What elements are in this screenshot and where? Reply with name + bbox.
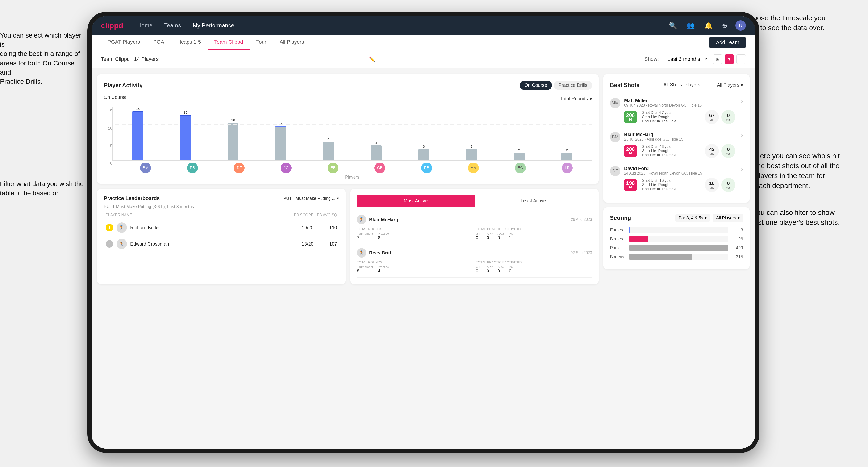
chart-area: On Course Total Rounds ▾ 15	[104, 95, 592, 177]
shots-tab-players[interactable]: Players	[684, 81, 700, 89]
grid-view-btn[interactable]: ⊞	[713, 55, 722, 64]
bar-group-5: 4	[352, 106, 399, 160]
table-row[interactable]: 2 🏌️ Edward Crossman 18/20 107	[104, 236, 339, 252]
shot-end-1: End Lie: In The Hole	[642, 153, 703, 157]
pa-gtt-label-1: GTT	[476, 265, 482, 269]
player-row-top-0: 🏌️ Blair McHarg 26 Aug 2023	[357, 215, 592, 224]
shot-stat-yds-1: 43 yds	[705, 144, 719, 158]
time-filter-select[interactable]: Last 3 months	[662, 54, 708, 64]
on-course-tab[interactable]: On Course	[520, 81, 552, 90]
annotation-filter: Filter what data you wish thetable to be…	[0, 179, 84, 198]
pa-arg-1: ARG 0	[498, 265, 504, 274]
bar-3	[275, 126, 286, 160]
scoring-players-arrow: ▾	[738, 215, 740, 220]
bell-icon-btn[interactable]: 🔔	[703, 20, 714, 31]
chart-controls: On Course Total Rounds ▾	[104, 95, 592, 103]
table-row[interactable]: 1 🏌️ Richard Butler 19/20 110	[104, 220, 339, 236]
list-view-btn[interactable]: ≡	[736, 55, 746, 64]
lb-col-name: PLAYER NAME	[106, 213, 290, 217]
player-avg-crossman: 107	[313, 241, 337, 247]
shot-stat-info-1: Shot Dist: 43 yds Start Lie: Rough End L…	[642, 145, 703, 157]
pa-gtt-val-1: 0	[476, 269, 482, 274]
tab-tour[interactable]: Tour	[250, 35, 273, 50]
tab-team-clippd[interactable]: Team Clippd	[208, 35, 250, 50]
player-avatar-1: RB	[187, 162, 198, 173]
pa-arg-label-0: ARG	[498, 232, 504, 236]
shot-item-2[interactable]: DF David Ford 24 Aug 2023 · Royal North …	[610, 162, 743, 196]
bar-val-0: 13	[136, 106, 140, 111]
y-label-10: 10	[108, 126, 112, 131]
shot-item-0[interactable]: MM Matt Miller 09 Jun 2023 · Royal North…	[610, 94, 743, 128]
tab-hcaps[interactable]: Hcaps 1-5	[171, 35, 208, 50]
rank-badge-2: 2	[106, 240, 113, 248]
players-dropdown-label: All Players	[717, 82, 739, 88]
shot-item-1[interactable]: BM Blair McHarg 23 Jul 2023 · Ashridge G…	[610, 128, 743, 162]
avatar-wrap-8: EC	[497, 162, 544, 173]
shot-avatar-2: DF	[610, 166, 620, 176]
shot-dist-2: Shot Dist: 16 yds	[642, 179, 703, 183]
avatar-wrap-4: EE	[310, 162, 356, 173]
bar-group-7: 3	[448, 106, 495, 160]
card-view-btn[interactable]: ♥	[724, 55, 734, 64]
best-shots-header: Best Shots All Shots Players All Players…	[610, 81, 743, 89]
nav-link-performance[interactable]: My Performance	[193, 22, 234, 29]
user-avatar[interactable]: U	[736, 20, 746, 31]
practice-dropdown-arrow: ▾	[337, 196, 339, 201]
avatar-wrap-6: RB	[404, 162, 450, 173]
practice-leaderboard-card: Practice Leaderboards PUTT Must Make Put…	[97, 189, 346, 284]
pa-practice-rounds-1: Practice 4	[378, 265, 389, 274]
users-icon-btn[interactable]: 👥	[685, 20, 696, 31]
tab-pga[interactable]: PGA	[147, 35, 170, 50]
player-name-butler: Richard Butler	[130, 225, 290, 230]
shot-chevron-0: ›	[741, 98, 743, 104]
scoring-card: Scoring Par 3, 4 & 5s ▾ All Players ▾	[603, 207, 750, 269]
right-panel: Best Shots All Shots Players All Players…	[603, 74, 750, 443]
nav-links: Home Teams My Performance	[137, 22, 668, 29]
tab-pgat-players[interactable]: PGAT Players	[101, 35, 147, 50]
bar-group-4: 5	[305, 106, 352, 160]
scoring-bar-fill-birdies	[629, 236, 648, 242]
pa-activities-1: Total Practice Activities GTT 0 APP	[476, 260, 592, 274]
tab-least-active[interactable]: Least Active	[474, 195, 592, 207]
add-icon-btn[interactable]: ⊕	[720, 20, 729, 31]
pa-activities-row-0: GTT 0 APP 0 ARG	[476, 232, 592, 240]
practice-dropdown[interactable]: PUTT Must Make Putting ... ▾	[283, 196, 339, 201]
lb-header-row: PLAYER NAME PB SCORE PB AVG SQ	[104, 213, 339, 217]
pa-activities-row-1: GTT 0 APP 0 ARG	[476, 265, 592, 274]
bar-val-6: 3	[423, 144, 425, 148]
shot-stat-yds-2: 16 yds	[705, 178, 719, 192]
shot-dist-0: Shot Dist: 67 yds	[642, 111, 703, 115]
scoring-label-pars: Pars	[610, 246, 626, 250]
chart-dropdown[interactable]: Total Rounds ▾	[560, 96, 592, 102]
main-content: Player Activity On Course Practice Drill…	[92, 68, 755, 448]
bar-val-7: 3	[470, 144, 472, 148]
shot-player-name-2: David Ford	[624, 166, 736, 171]
practice-drills-tab[interactable]: Practice Drills	[554, 81, 592, 90]
add-team-button[interactable]: Add Team	[709, 36, 746, 49]
shot-player-name-1: Blair McHarg	[624, 132, 736, 137]
shot-stats-row-2: 198 SG Shot Dist: 16 yds Start Lie: Roug…	[624, 178, 736, 192]
shot-chevron-2: ›	[741, 166, 743, 173]
scoring-par-dropdown[interactable]: Par 3, 4 & 5s ▾	[675, 214, 710, 222]
best-shots-card: Best Shots All Shots Players All Players…	[603, 74, 750, 203]
bar-1	[180, 115, 191, 160]
bar-5	[371, 145, 382, 160]
players-dropdown[interactable]: All Players ▾	[717, 82, 743, 88]
scoring-players-dropdown[interactable]: All Players ▾	[713, 214, 743, 222]
scoring-row-birdies: Birdies 96	[610, 236, 743, 242]
pa-rounds-0: Total Rounds Tournament 7 Practice	[357, 227, 473, 240]
scoring-val-eagles: 3	[731, 228, 743, 232]
tab-all-players[interactable]: All Players	[273, 35, 311, 50]
shots-tab-all[interactable]: All Shots	[663, 81, 682, 89]
tab-most-active[interactable]: Most Active	[357, 195, 474, 207]
bar-chart-wrapper: 15 10 5 0	[104, 106, 592, 177]
pa-app-val-1: 0	[487, 269, 493, 274]
nav-link-home[interactable]: Home	[137, 22, 152, 29]
nav-link-teams[interactable]: Teams	[164, 22, 181, 29]
shot-stat-zero-1: 0 yds	[721, 144, 736, 158]
edit-icon[interactable]: ✏️	[369, 56, 375, 62]
scoring-par-label: Par 3, 4 & 5s	[679, 216, 703, 220]
bar-group-2: 10	[210, 106, 256, 160]
bar-0	[132, 111, 143, 160]
search-icon-btn[interactable]: 🔍	[668, 20, 679, 31]
